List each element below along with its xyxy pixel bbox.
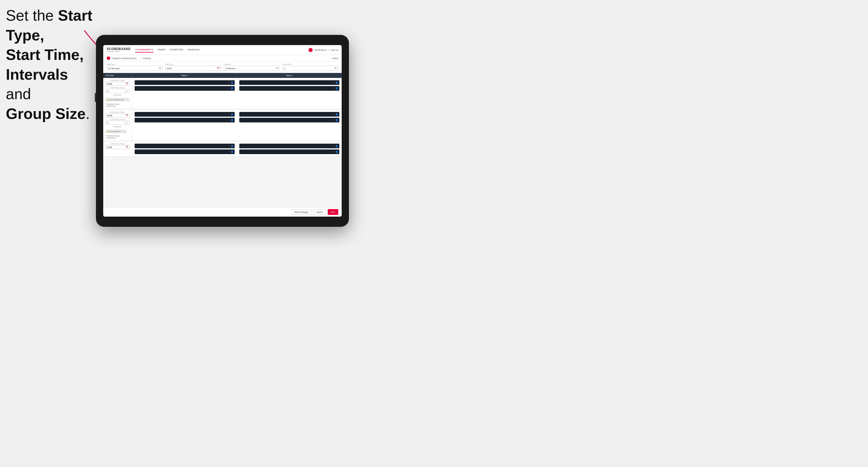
remove-player-btn[interactable]: × [333, 151, 334, 153]
start-type-select[interactable]: 1st Tee Start [107, 66, 162, 71]
player-icon[interactable]: 👤 [335, 87, 338, 90]
starting-hole-input-2[interactable]: 1 ▲▼ [105, 121, 130, 125]
start-type-field: Start Type 1st Tee Start [107, 63, 162, 71]
player-icon[interactable]: 👤 [230, 82, 234, 84]
tee-group-3: STARTING TIME: 10:20 ⏰ × 👤 [103, 141, 342, 157]
player-controls: × 👤 [228, 82, 234, 84]
player-row: × 👤 [135, 86, 235, 91]
starting-time-label-1: STARTING TIME: [105, 80, 130, 82]
player-icon[interactable]: 👤 [230, 151, 234, 153]
player-icon[interactable]: 👤 [335, 151, 338, 153]
tee-sidebar-2: STARTING TIME: 10:10 ⏰ STARTING HOLE: 1 … [103, 110, 132, 141]
sign-out-link[interactable]: Sign out [331, 49, 338, 51]
cancel-button[interactable]: Cancel [313, 209, 326, 215]
breadcrumb: Clipped Invitational (Me... > Hosting [107, 56, 151, 60]
remove-player-btn[interactable]: × [333, 113, 334, 116]
footer-bar: Reset Changes Cancel Save [103, 207, 342, 217]
group-size-field: Group Size 3 [283, 63, 339, 71]
player-icon[interactable]: 👤 [230, 119, 234, 122]
logo-sub: Powered by clipp.io [107, 51, 130, 52]
th-team1: Team 1 [132, 73, 237, 78]
tee-sidebar-3: STARTING TIME: 10:20 ⏰ [103, 141, 132, 156]
player-controls: × 👤 [228, 151, 234, 153]
intervals-label: Intervals [224, 63, 280, 65]
remove-player-btn[interactable]: × [228, 82, 230, 84]
player-row: × 👤 [239, 118, 339, 122]
start-time-field: Start Time 10:00 ⏰ [165, 63, 221, 71]
starting-hole-label-1: STARTING HOLE: [105, 87, 130, 89]
player-row: × 👤 [239, 150, 339, 154]
start-time-label: Start Time [165, 63, 221, 65]
remove-course-1[interactable]: × [125, 99, 126, 101]
add-group-1[interactable]: + Add Group [105, 105, 130, 107]
edit-course-1[interactable]: ✎ [127, 99, 128, 101]
player-row: × 👤 [135, 150, 235, 154]
edit-course-2[interactable]: ✎ [124, 130, 125, 132]
logo-text: SCOREBOARD [107, 48, 130, 51]
annotation-block: Set the Start Type, Start Time, Interval… [6, 6, 93, 124]
tee-group-2: STARTING TIME: 10:10 ⏰ STARTING HOLE: 1 … [103, 110, 342, 141]
player-icon[interactable]: 👤 [230, 87, 234, 90]
group-size-select[interactable]: 3 [283, 66, 339, 71]
player-icon[interactable]: 👤 [335, 113, 338, 116]
starting-time-input-1[interactable]: 10:00 ⏰ [105, 82, 130, 86]
player-row: × 👤 [135, 118, 235, 122]
annotation-line3-suffix: and [6, 86, 31, 102]
nav-links: TOURNAMENTS TEAMS COMMITTEE RANKINGS [135, 47, 309, 53]
player-row: × 👤 [239, 80, 339, 85]
intervals-field: Intervals 10 Minutes [224, 63, 280, 71]
player-icon[interactable]: 👤 [335, 145, 338, 148]
player-row: × 👤 [239, 144, 339, 148]
reset-button[interactable]: Reset Changes [291, 209, 311, 215]
course-tag-1: ⛳ (A) Peachtree GC × ✎ [105, 96, 130, 102]
starting-hole-label-2: STARTING HOLE: [105, 119, 130, 120]
annotation-line4-suffix: . [86, 105, 90, 122]
breadcrumb-org[interactable]: Clipped Invitational (Me... [112, 57, 138, 60]
player-row: × 👤 [239, 86, 339, 91]
save-button[interactable]: Save [328, 209, 338, 215]
tablet-screen: SCOREBOARD Powered by clipp.io TOURNAMEN… [103, 45, 342, 217]
remove-player-btn[interactable]: × [228, 113, 230, 116]
starting-time-input-2[interactable]: 10:10 ⏰ [105, 114, 130, 118]
player-icon[interactable]: 👤 [230, 145, 234, 148]
back-button[interactable]: ‹ Back [332, 57, 338, 60]
add-group-2[interactable]: + Add Group [105, 137, 130, 139]
intervals-select[interactable]: 10 Minutes [224, 66, 280, 71]
team1-cell-3: × 👤 × 👤 [132, 141, 237, 156]
player-icon[interactable]: 👤 [335, 82, 338, 84]
player-controls: × 👤 [228, 119, 234, 122]
annotation-line3-bold: Intervals [6, 66, 68, 83]
team1-cell-2: × 👤 × 👤 [132, 110, 237, 141]
clock-icon-2: ⏰ [126, 114, 128, 117]
nav-tournaments[interactable]: TOURNAMENTS [135, 47, 153, 53]
tee-sidebar-1: STARTING TIME: 10:00 ⏰ STARTING HOLE: 1 … [103, 78, 132, 109]
logo-area: SCOREBOARD Powered by clipp.io [107, 48, 130, 52]
remove-player-btn[interactable]: × [333, 119, 334, 122]
nav-rankings[interactable]: RANKINGS [187, 47, 199, 53]
remove-player-btn[interactable]: × [228, 119, 230, 122]
player-controls: × 👤 [333, 119, 338, 122]
remove-player-btn[interactable]: × [228, 151, 230, 153]
remove-player-btn[interactable]: × [333, 87, 334, 90]
start-time-input[interactable]: 10:00 ⏰ [165, 66, 221, 71]
starting-time-input-3[interactable]: 10:20 ⏰ [105, 145, 130, 149]
remove-course-2[interactable]: × [122, 130, 123, 132]
nav-teams[interactable]: TEAMS [157, 47, 165, 53]
player-icon[interactable]: 👤 [230, 113, 234, 116]
remove-group-2[interactable]: ○ Remove Group [105, 135, 130, 137]
remove-player-btn[interactable]: × [333, 145, 334, 148]
player-controls: × 👤 [333, 82, 338, 84]
player-icon[interactable]: 👤 [335, 119, 338, 122]
nav-committee[interactable]: COMMITTEE [169, 47, 183, 53]
nav-right: blair@clipp.io | Sign out [309, 48, 338, 52]
config-bar: Start Type 1st Tee Start Start Time 10:0… [103, 62, 342, 73]
remove-group-1[interactable]: ○ Remove Group [105, 103, 130, 105]
remove-player-btn[interactable]: × [228, 145, 230, 148]
starting-hole-input-1[interactable]: 1 ▲▼ [105, 89, 130, 93]
breadcrumb-page: Hosting [143, 57, 151, 60]
nav-bar: SCOREBOARD Powered by clipp.io TOURNAMEN… [103, 45, 342, 55]
course-tag-2: ⛳ East Lake GC × ✎ [105, 128, 130, 134]
course-label-1: COURSE: [105, 94, 130, 96]
remove-player-btn[interactable]: × [333, 82, 334, 84]
remove-player-btn[interactable]: × [228, 87, 230, 90]
